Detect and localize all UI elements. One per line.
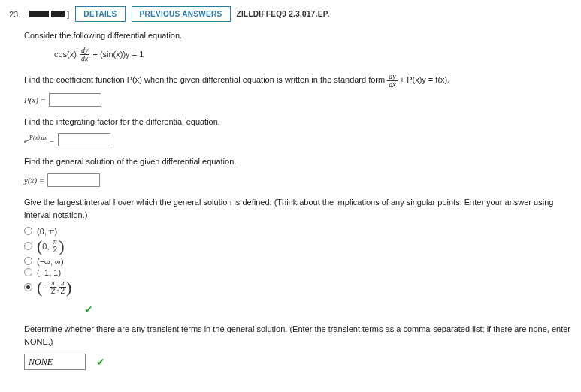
check-icon: ✔ <box>84 303 572 315</box>
integrating-factor-label: e∫P(x) dx = <box>24 134 55 145</box>
option-d-radio[interactable] <box>24 268 32 276</box>
option-d-label: (−1, 1) <box>37 268 61 277</box>
q2-prompt: Find the integrating factor for the diff… <box>24 116 572 129</box>
q5-answer-row: ✔ <box>24 354 572 370</box>
q5-prompt: Determine whether there are any transien… <box>24 323 572 349</box>
px-input[interactable] <box>49 93 101 107</box>
option-c-label: (−∞, ∞) <box>37 257 64 266</box>
details-button[interactable]: DETAILS <box>75 6 125 22</box>
option-e-radio[interactable] <box>24 283 32 291</box>
integrating-factor-input[interactable] <box>58 133 110 146</box>
q2-answer-row: e∫P(x) dx = <box>24 133 572 146</box>
question-header: 23. ] DETAILS PREVIOUS ANSWERS ZILLDIFFE… <box>9 6 572 22</box>
plus-siny: + (sin(x))y = 1 <box>92 50 144 59</box>
q1-prompt: Find the coefficient function P(x) when … <box>24 73 572 89</box>
option-b-row: ( (0, 0, π 2 ) <box>24 238 572 255</box>
intro-text: Consider the following differential equa… <box>24 29 572 42</box>
check-icon-2: ✔ <box>96 356 105 368</box>
option-a-label: (0, π) <box>37 227 57 236</box>
given-equation: cos(x) dy dx + (sin(x))y = 1 <box>54 47 572 62</box>
option-e-row: ( − π 2 , π 2 ) <box>24 279 572 296</box>
option-a-row: (0, π) <box>24 227 572 236</box>
question-body: Consider the following differential equa… <box>9 29 572 370</box>
option-e-label: ( − π 2 , π 2 ) <box>37 279 71 296</box>
attempt-bracket: ] <box>67 10 69 19</box>
dy-dx-fraction: dy dx <box>80 47 89 62</box>
q4-prompt: Give the largest interval I over which t… <box>24 196 572 222</box>
option-c-row: (−∞, ∞) <box>24 257 572 266</box>
q1-answer-row: P(x) = <box>24 93 572 107</box>
redacted-1 <box>29 11 49 17</box>
option-a-radio[interactable] <box>24 227 32 235</box>
transient-input[interactable] <box>24 354 86 370</box>
interval-options: (0, π) ( (0, 0, π 2 ) (−∞, ∞) (−1, 1) <box>24 227 572 296</box>
standard-form-fraction: dy dx <box>387 73 397 89</box>
option-b-radio[interactable] <box>24 242 32 250</box>
option-b-label: ( (0, 0, π 2 ) <box>37 238 64 255</box>
source-label: ZILLDIFFEQ9 2.3.017.EP. <box>237 10 330 18</box>
option-d-row: (−1, 1) <box>24 268 572 277</box>
option-c-radio[interactable] <box>24 257 32 265</box>
previous-answers-button[interactable]: PREVIOUS ANSWERS <box>132 6 231 22</box>
question-number: 23. <box>9 10 20 19</box>
cos-x: cos(x) <box>54 50 77 59</box>
px-label: P(x) = <box>24 95 46 104</box>
yx-input[interactable] <box>47 173 100 187</box>
yx-label: y(x) = <box>24 176 44 185</box>
redacted-2 <box>51 11 65 17</box>
q3-prompt: Find the general solution of the given d… <box>24 155 572 169</box>
attempt-redacted-block: ] <box>29 10 69 19</box>
q3-answer-row: y(x) = <box>24 173 572 187</box>
